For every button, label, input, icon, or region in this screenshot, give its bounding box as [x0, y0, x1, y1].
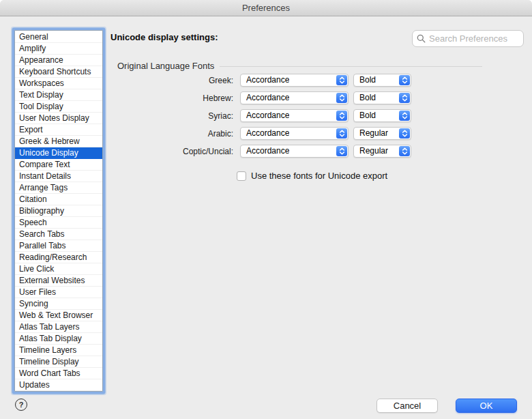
font-style-select-coptic-uncial[interactable]: Regular	[353, 145, 411, 158]
sidebar-item-label: Greek & Hebrew	[19, 136, 80, 146]
font-style-select-greek[interactable]: Bold	[353, 74, 411, 87]
font-family-select-greek[interactable]: Accordance	[240, 74, 349, 87]
sidebar-item-label: External Websites	[19, 276, 85, 285]
sidebar-item-label: Text Display	[19, 90, 63, 100]
font-row-label: Arabic:	[110, 129, 240, 139]
sidebar-item-compare-text[interactable]: Compare Text	[15, 159, 102, 171]
font-row-hebrew: Hebrew: Accordance Bold	[110, 91, 411, 104]
window-title: Preferences	[242, 3, 290, 13]
font-family-value: Accordance	[246, 128, 289, 139]
sidebar-item-updates[interactable]: Updates	[15, 379, 102, 391]
font-family-select-hebrew[interactable]: Accordance	[240, 91, 349, 104]
titlebar[interactable]: Preferences	[0, 0, 532, 16]
chevron-up-down-icon	[399, 128, 410, 139]
sidebar-item-label: Timeline Layers	[19, 345, 76, 355]
sidebar-item-speech[interactable]: Speech	[15, 217, 102, 229]
chevron-up-down-icon	[336, 111, 347, 121]
sidebar-item-export[interactable]: Export	[15, 124, 102, 136]
section-header: Original Language Fonts	[117, 61, 472, 71]
sidebar-item-label: Arrange Tags	[19, 183, 68, 192]
sidebar-item-arrange-tags[interactable]: Arrange Tags	[15, 182, 102, 194]
chevron-up-down-icon	[399, 111, 410, 121]
ok-button-label: OK	[480, 401, 493, 411]
chevron-up-down-icon	[399, 75, 410, 85]
chevron-up-down-icon	[399, 93, 410, 103]
font-style-value: Regular	[359, 145, 388, 157]
section-label: Original Language Fonts	[117, 61, 214, 71]
sidebar-item-label: Unicode Display	[19, 148, 78, 158]
sidebar-item-greek-hebrew[interactable]: Greek & Hebrew	[15, 136, 102, 147]
sidebar-item-atlas-tab-layers[interactable]: Atlas Tab Layers	[15, 321, 102, 333]
search-input[interactable]	[429, 33, 519, 44]
chevron-up-down-icon	[336, 146, 347, 156]
font-family-select-syriac[interactable]: Accordance	[240, 109, 349, 122]
sidebar-item-appearance[interactable]: Appearance	[15, 55, 102, 66]
font-row-syriac: Syriac: Accordance Bold	[110, 109, 411, 122]
sidebar-item-label: Live Click	[19, 264, 54, 274]
sidebar-item-label: Search Tabs	[19, 229, 65, 239]
sidebar-item-user-notes-display[interactable]: User Notes Display	[15, 113, 102, 124]
cancel-button-label: Cancel	[394, 401, 421, 411]
sidebar-item-label: Updates	[19, 380, 50, 390]
chevron-up-down-icon	[336, 75, 347, 85]
font-family-value: Accordance	[246, 74, 289, 86]
font-family-value: Accordance	[246, 92, 289, 104]
font-row-label: Coptic/Uncial:	[110, 147, 240, 156]
sidebar-item-label: Compare Text	[19, 160, 70, 169]
font-row-arabic: Arabic: Accordance Regular	[110, 127, 411, 140]
font-style-select-syriac[interactable]: Bold	[353, 109, 411, 122]
sidebar-item-label: User Files	[19, 287, 56, 297]
search-field[interactable]	[412, 30, 524, 47]
font-style-select-hebrew[interactable]: Bold	[353, 91, 411, 104]
sidebar-item-label: User Notes Display	[19, 113, 89, 123]
font-style-select-arabic[interactable]: Regular	[353, 127, 411, 140]
section-divider	[220, 66, 482, 67]
sidebar-item-label: Bibliography	[19, 206, 64, 216]
sidebar-item-instant-details[interactable]: Instant Details	[15, 171, 102, 182]
sidebar-item-search-tabs[interactable]: Search Tabs	[15, 229, 102, 240]
font-style-value: Bold	[359, 110, 376, 121]
font-family-value: Accordance	[246, 145, 289, 157]
sidebar-item-text-display[interactable]: Text Display	[15, 89, 102, 101]
sidebar-item-bibliography[interactable]: Bibliography	[15, 205, 102, 217]
sidebar-item-general[interactable]: General	[15, 31, 102, 43]
search-icon	[417, 34, 426, 43]
sidebar-item-external-websites[interactable]: External Websites	[15, 275, 102, 287]
sidebar-item-label: Timeline Display	[19, 357, 79, 366]
sidebar-item-tool-display[interactable]: Tool Display	[15, 101, 102, 113]
font-row-label: Hebrew:	[110, 93, 240, 103]
sidebar-item-live-click[interactable]: Live Click	[15, 263, 102, 275]
sidebar-item-workspaces[interactable]: Workspaces	[15, 78, 102, 89]
ok-button[interactable]: OK	[456, 399, 517, 413]
preferences-category-list: General Amplify Appearance Keyboard Shor…	[14, 30, 103, 392]
sidebar-item-syncing[interactable]: Syncing	[15, 298, 102, 310]
font-family-select-arabic[interactable]: Accordance	[240, 127, 349, 140]
font-style-value: Bold	[359, 92, 376, 104]
font-family-value: Accordance	[246, 110, 289, 121]
page-title: Unicode display settings:	[110, 32, 218, 42]
sidebar-item-user-files[interactable]: User Files	[15, 287, 102, 298]
question-mark-icon: ?	[19, 401, 24, 409]
sidebar-item-label: Syncing	[19, 299, 48, 308]
unicode-export-checkbox[interactable]	[237, 171, 246, 181]
sidebar-item-unicode-display[interactable]: Unicode Display	[15, 147, 102, 159]
sidebar-item-web-text-browser[interactable]: Web & Text Browser	[15, 310, 102, 321]
sidebar-item-atlas-tab-display[interactable]: Atlas Tab Display	[15, 333, 102, 345]
font-row-label: Syriac:	[110, 111, 240, 121]
sidebar-item-label: Speech	[19, 218, 47, 227]
sidebar-item-keyboard-shortcuts[interactable]: Keyboard Shortcuts	[15, 66, 102, 78]
font-family-select-coptic-uncial[interactable]: Accordance	[240, 145, 349, 158]
sidebar-item-reading-research[interactable]: Reading/Research	[15, 252, 102, 263]
chevron-up-down-icon	[336, 93, 347, 103]
sidebar-item-timeline-display[interactable]: Timeline Display	[15, 356, 102, 368]
sidebar-item-label: Word Chart Tabs	[19, 369, 80, 378]
chevron-up-down-icon	[399, 146, 410, 156]
sidebar-item-parallel-tabs[interactable]: Parallel Tabs	[15, 240, 102, 252]
sidebar-item-amplify[interactable]: Amplify	[15, 43, 102, 55]
sidebar-item-word-chart-tabs[interactable]: Word Chart Tabs	[15, 368, 102, 379]
sidebar-item-citation[interactable]: Citation	[15, 194, 102, 205]
cancel-button[interactable]: Cancel	[376, 399, 438, 413]
sidebar-item-label: Parallel Tabs	[19, 241, 65, 250]
help-button[interactable]: ?	[15, 399, 27, 411]
sidebar-item-timeline-layers[interactable]: Timeline Layers	[15, 345, 102, 356]
